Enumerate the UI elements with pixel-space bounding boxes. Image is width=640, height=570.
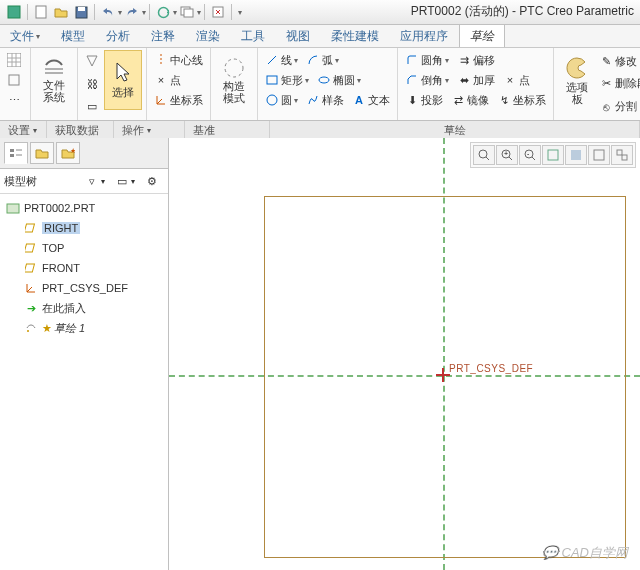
refit-icon[interactable] [542, 145, 564, 165]
menu-render[interactable]: 渲染 [186, 25, 231, 47]
svg-rect-35 [622, 155, 627, 160]
tree-settings-icon[interactable]: ⚙ [142, 173, 164, 189]
tree-root[interactable]: PRT0002.PRT [2, 198, 166, 218]
svg-rect-16 [10, 149, 14, 152]
menu-analysis[interactable]: 分析 [96, 25, 141, 47]
svg-line-24 [486, 157, 489, 160]
regen-icon[interactable] [154, 3, 172, 21]
menu-tools[interactable]: 工具 [231, 25, 276, 47]
svg-line-29 [532, 157, 535, 160]
tree-show-icon[interactable]: ▭▾ [112, 173, 138, 189]
zoom-fit-icon[interactable] [473, 145, 495, 165]
menu-file[interactable]: 文件▾ [0, 25, 51, 47]
fillet-button[interactable]: 圆角▾ [402, 52, 452, 69]
menu-sketch[interactable]: 草绘 [459, 25, 505, 47]
zoom-out-icon[interactable]: - [519, 145, 541, 165]
grid-icon[interactable] [4, 52, 26, 68]
tree-csys[interactable]: PRT_CSYS_DEF [2, 278, 166, 298]
ribbon: ⋯ 文件 系统 ⛓ ▭ 选择 中心线 ×点 坐标系 构造 模式 线▾ 弧▾ 矩形… [0, 48, 640, 121]
watermark: 💬 CAD自学网 [542, 544, 628, 562]
save-icon[interactable] [72, 3, 90, 21]
menu-model[interactable]: 模型 [51, 25, 96, 47]
view-toolbar: + - [470, 142, 636, 168]
zoom-in-icon[interactable]: + [496, 145, 518, 165]
redo-icon[interactable] [123, 3, 141, 21]
svg-rect-17 [10, 154, 14, 157]
open-icon[interactable] [52, 3, 70, 21]
svg-rect-34 [617, 150, 622, 155]
undo-icon[interactable] [99, 3, 117, 21]
svg-rect-21 [7, 204, 19, 213]
group-setup[interactable]: 设置▾ [0, 121, 47, 139]
cs-button[interactable]: ↯坐标系 [494, 92, 549, 109]
circle-button[interactable]: 圆▾ [262, 92, 301, 109]
construction-mode-button[interactable]: 构造 模式 [215, 50, 253, 110]
pt-button[interactable]: ×点 [500, 72, 533, 89]
svg-rect-13 [267, 76, 277, 84]
tree-sketch-1[interactable]: ★草绘 1 [2, 318, 166, 338]
spline-button[interactable]: 样条 [303, 92, 347, 109]
svg-text:★: ★ [70, 147, 75, 154]
palette-button[interactable]: 选项 板 [558, 50, 596, 110]
svg-rect-33 [594, 150, 604, 160]
mirror-button[interactable]: ⇄镜像 [448, 92, 492, 109]
menu-app[interactable]: 应用程序 [390, 25, 459, 47]
tree-insert-here[interactable]: ➔在此插入 [2, 298, 166, 318]
point-button[interactable]: ×点 [151, 72, 184, 89]
app-icon[interactable] [5, 3, 23, 21]
graphics-canvas[interactable]: + - PRT_CSYS_DEF 💬 CAD自学网 [169, 138, 640, 570]
arc-button[interactable]: 弧▾ [303, 52, 342, 69]
tree-front-plane[interactable]: FRONT [2, 258, 166, 278]
rect-button[interactable]: 矩形▾ [262, 72, 312, 89]
sel-all-icon[interactable]: ▭ [82, 99, 104, 115]
close-icon[interactable] [209, 3, 227, 21]
tree-tab-fav[interactable]: ★ [56, 142, 80, 164]
svg-point-22 [27, 330, 29, 332]
menu-annotate[interactable]: 注释 [141, 25, 186, 47]
delseg-button[interactable]: ✂删除段 [596, 75, 640, 92]
chamfer-button[interactable]: 倒角▾ [402, 72, 452, 89]
tree-filter-icon[interactable]: ▿▾ [82, 173, 108, 189]
windows-icon[interactable] [178, 3, 196, 21]
group-getdata[interactable]: 获取数据 [47, 121, 114, 139]
new-icon[interactable] [32, 3, 50, 21]
tree-top-plane[interactable]: TOP [2, 238, 166, 258]
filesys-button[interactable]: 文件 系统 [35, 50, 73, 110]
svg-rect-32 [571, 150, 581, 160]
group-ops[interactable]: 操作▾ [114, 121, 185, 139]
tree-header-label: 模型树 [4, 174, 37, 189]
coordsys-button[interactable]: 坐标系 [151, 92, 206, 109]
tree-right-plane[interactable]: RIGHT [2, 218, 166, 238]
offset-button[interactable]: ⇉偏移 [454, 52, 498, 69]
nohidden-icon[interactable] [588, 145, 610, 165]
svg-point-23 [479, 150, 487, 158]
project-button[interactable]: ⬇投影 [402, 92, 446, 109]
group-sketch[interactable]: 草绘 [270, 121, 640, 139]
csys-label: PRT_CSYS_DEF [449, 363, 533, 374]
sel-filter-icon[interactable] [82, 53, 104, 69]
split-button[interactable]: ⎋分割 [596, 98, 640, 115]
ellipse-button[interactable]: 椭圆▾ [314, 72, 364, 89]
menu-flex[interactable]: 柔性建模 [321, 25, 390, 47]
line-button[interactable]: 线▾ [262, 52, 301, 69]
text-button[interactable]: A文本 [349, 92, 393, 109]
svg-text:+: + [504, 150, 508, 157]
svg-rect-0 [8, 6, 20, 18]
menu-view[interactable]: 视图 [276, 25, 321, 47]
svg-rect-31 [548, 150, 558, 160]
shade-icon[interactable] [565, 145, 587, 165]
sel-chain-icon[interactable]: ⛓ [82, 76, 104, 92]
svg-point-11 [225, 59, 243, 77]
svg-rect-6 [184, 9, 193, 17]
tree-tab-model[interactable] [4, 142, 28, 164]
modify-button[interactable]: ✎修改 [596, 53, 640, 70]
views-icon[interactable] [611, 145, 633, 165]
tree-tab-folder[interactable] [30, 142, 54, 164]
svg-rect-1 [36, 6, 46, 18]
group-datum[interactable]: 基准 [185, 121, 270, 139]
thicken-button[interactable]: ⬌加厚 [454, 72, 498, 89]
ref-icon[interactable] [4, 72, 26, 88]
select-button[interactable]: 选择 [104, 50, 142, 110]
centerline-button[interactable]: 中心线 [151, 52, 206, 69]
opts-icon[interactable]: ⋯ [4, 92, 26, 108]
